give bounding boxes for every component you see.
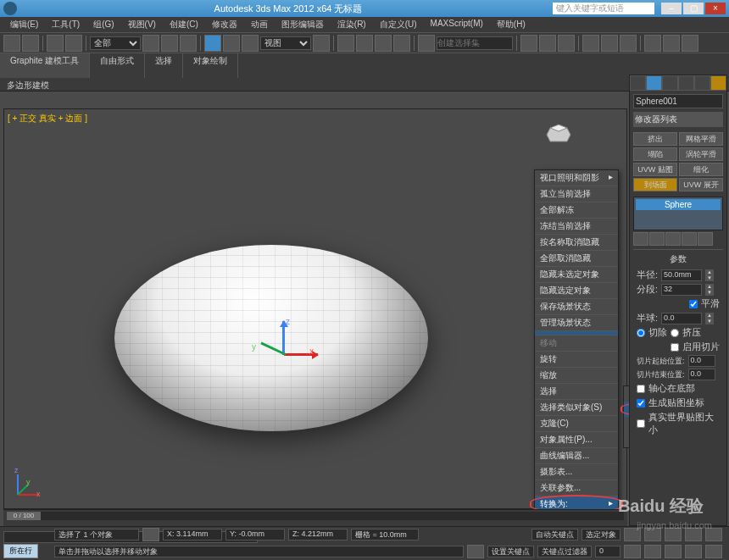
ribbon-tab-graphite[interactable]: Graphite 建模工具 [0,53,90,78]
btn-tessellate[interactable]: 细化 [679,163,723,176]
ribbon-tab-selection[interactable]: 选择 [145,53,183,78]
menu-item[interactable]: 孤立当前选择 [535,186,618,202]
btn-uvwunwrap[interactable]: UVW 展开 [679,178,723,191]
snap-icon[interactable] [337,35,354,52]
stack-sphere[interactable]: Sphere [636,199,721,210]
menu-create[interactable]: 创建(C) [163,17,205,32]
smooth-checkbox[interactable] [689,300,698,308]
setkey-button[interactable]: 设置关键点 [487,546,534,557]
pivot-icon[interactable] [313,35,330,52]
selection-filter[interactable]: 全部 [90,36,141,50]
scale-icon[interactable] [242,35,259,52]
menu-item[interactable]: 冻结当前选择 [535,219,618,235]
menu-graph[interactable]: 图形编辑器 [275,17,331,32]
menu-render[interactable]: 渲染(R) [331,17,373,32]
link-icon[interactable] [47,35,64,52]
btn-toface[interactable]: 到场面 [633,178,677,191]
sellock-dropdown[interactable]: 选定对象 [582,529,620,541]
hemi-spinner[interactable]: 0.0 [661,313,702,324]
chop-radio[interactable] [637,329,645,337]
x-coord[interactable]: X: 3.114mm [163,529,222,541]
menu-item[interactable]: 曲线编辑器... [535,448,618,464]
y-coord[interactable]: Y: -0.0mm [225,529,285,541]
viewport-label[interactable]: [ + 正交 真实 + 边面 ] [4,109,626,128]
unlink-icon[interactable] [65,35,82,52]
menu-item[interactable]: 全部解冻 [535,202,618,219]
curve-editor-icon[interactable] [582,35,599,52]
lock-icon[interactable] [142,528,159,541]
move-icon[interactable] [204,35,221,52]
timeline[interactable]: 0 / 100 [3,509,627,526]
vp-max-icon[interactable] [705,545,722,558]
render-setup-icon[interactable] [644,35,661,52]
menu-group[interactable]: 组(G) [86,17,120,32]
segments-spinner[interactable]: 32 [661,284,702,296]
spinner-arrows[interactable]: ▲▼ [705,269,714,281]
menu-item[interactable]: 保存场景状态 [535,299,618,315]
menu-item[interactable]: 全部取消隐藏 [535,251,618,267]
ribbon-tab-paint[interactable]: 对象绘制 [183,53,238,78]
create-tab[interactable] [630,75,646,91]
undo-icon[interactable] [3,35,20,52]
select-name-icon[interactable] [161,35,178,52]
percent-snap-icon[interactable] [375,35,392,52]
minimize-button[interactable]: – [661,3,682,14]
menu-item[interactable]: 克隆(C) [535,416,618,432]
menu-item[interactable]: 隐藏选定对象 [535,283,618,299]
menu-item[interactable]: 选择类似对象(S) [535,400,618,416]
squash-radio[interactable] [671,329,679,337]
basepivot-checkbox[interactable] [637,385,645,393]
motion-tab[interactable] [678,75,694,91]
mirror-icon[interactable] [520,35,537,52]
time-track[interactable]: 0 / 100 [7,512,624,520]
config-icon[interactable] [698,232,713,246]
btn-extrude[interactable]: 挤出 [633,132,677,146]
menu-custom[interactable]: 自定义(U) [373,17,424,32]
menu-help[interactable]: 帮助(H) [490,17,532,32]
rotate-icon[interactable] [223,35,240,52]
z-axis[interactable] [282,321,285,355]
help-search[interactable]: 键入关键字或短语 [553,3,654,14]
remove-mod-icon[interactable] [682,232,697,246]
menu-item[interactable]: 移动 [535,335,618,352]
menu-item[interactable]: 管理场景状态 [535,315,618,331]
select-region-icon[interactable] [180,35,197,52]
display-tab[interactable] [694,75,710,91]
menu-maxscript[interactable]: MAXScript(M) [424,17,490,32]
ref-coord-dropdown[interactable]: 视图 [260,36,311,50]
addtime-icon[interactable] [467,545,484,558]
ribbon-sub[interactable]: 多边形建模 [0,78,729,91]
menu-item[interactable]: 对象属性(P)... [535,432,618,448]
autokey-button[interactable]: 自动关键点 [531,529,578,541]
menu-views[interactable]: 视图(V) [121,17,163,32]
viewcube[interactable] [542,118,576,152]
object-name-field[interactable]: Sphere001 [633,94,723,108]
close-button[interactable]: × [705,3,726,14]
btn-uvwmap[interactable]: UVW 贴图 [633,163,677,176]
named-sel-icon[interactable] [418,35,435,52]
time-slider[interactable]: 0 / 100 [7,512,41,520]
menu-item[interactable]: 摄影表... [535,464,618,480]
menu-item[interactable]: 隐藏未选定对象 [535,267,618,283]
radius-spinner[interactable]: 50.0mm [661,269,702,281]
layer-icon[interactable] [558,35,575,52]
realworld-checkbox[interactable] [637,419,645,428]
show-end-icon[interactable] [649,232,665,246]
btn-meshsmooth[interactable]: 网格平滑 [679,132,723,146]
vp-zoom-icon[interactable] [665,545,682,558]
redo-icon[interactable] [22,35,39,52]
maximize-button[interactable]: ▢ [683,3,704,14]
slice-checkbox[interactable] [671,343,679,352]
schematic-icon[interactable] [601,35,618,52]
modify-tab[interactable] [646,75,662,91]
vp-pan-icon[interactable] [644,545,661,558]
ribbon-tab-freeform[interactable]: 自由形式 [90,53,145,78]
utilities-tab[interactable] [710,75,726,91]
menu-item[interactable]: 旋转 [535,352,618,368]
menu-item[interactable]: 按名称取消隐藏 [535,235,618,251]
modifier-list[interactable]: 修改器列表 [633,112,723,127]
keyfilter-button[interactable]: 关键点过滤器 [537,546,592,557]
spinner-arrows[interactable]: ▲▼ [705,313,714,324]
menu-animation[interactable]: 动画 [244,17,275,32]
menu-edit[interactable]: 编辑(E) [3,17,45,32]
